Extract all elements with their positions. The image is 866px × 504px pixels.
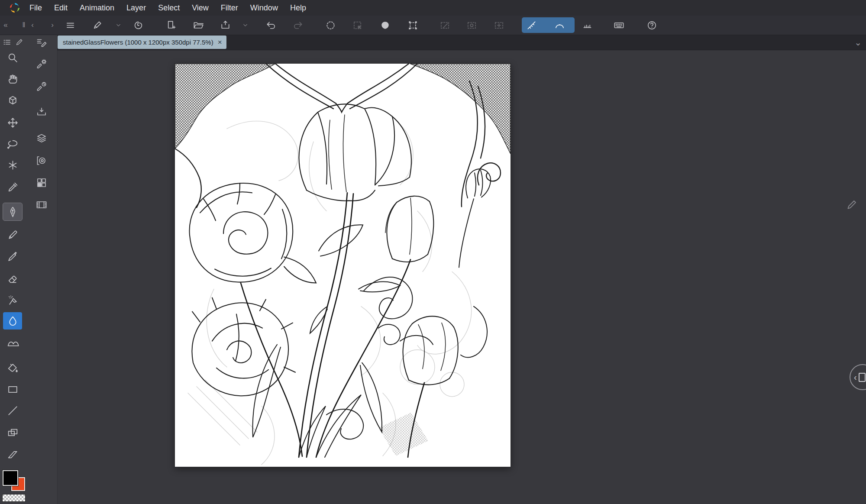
- palette-layer-icon[interactable]: [35, 132, 48, 145]
- marquee-add-button[interactable]: [491, 17, 507, 33]
- snap-to-special-ruler-button[interactable]: [552, 17, 567, 33]
- current-tool-button[interactable]: [89, 17, 105, 33]
- tool-dropdown-icon[interactable]: [114, 17, 123, 33]
- document-tab[interactable]: stainedGlassFlowers (1000 x 1200px 350dp…: [58, 36, 226, 49]
- menu-layer[interactable]: Layer: [120, 3, 152, 13]
- deselect-button[interactable]: [323, 17, 338, 33]
- edge-edit-pencil-icon[interactable]: [845, 198, 858, 211]
- palette-download-icon[interactable]: [35, 105, 48, 119]
- document-tab-bar: stainedGlassFlowers (1000 x 1200px 350dp…: [57, 35, 866, 50]
- open-file-button[interactable]: [191, 17, 206, 33]
- selection-options-button[interactable]: [349, 17, 365, 33]
- menu-help[interactable]: Help: [284, 3, 312, 13]
- palette-tool-property-icon[interactable]: [35, 57, 48, 71]
- menu-view[interactable]: View: [186, 3, 215, 13]
- panel-preview-icon: [859, 373, 866, 382]
- panel-expand-chevron-icon: ‹: [854, 372, 857, 382]
- menu-window[interactable]: Window: [244, 3, 284, 13]
- marquee-pen-button[interactable]: [437, 17, 452, 33]
- tab-close-icon[interactable]: ×: [218, 39, 222, 46]
- menu-filter[interactable]: Filter: [215, 3, 244, 13]
- main-menu-button[interactable]: [62, 17, 78, 33]
- canvas-artwork: [175, 64, 511, 467]
- menu-animation[interactable]: Animation: [74, 3, 120, 13]
- palette-sub-tool-icon[interactable]: [35, 36, 48, 49]
- menu-bar: File Edit Animation Layer Select View Fi…: [0, 0, 866, 16]
- snap-to-grid-button[interactable]: [579, 17, 595, 33]
- app-window: File Edit Animation Layer Select View Fi…: [0, 0, 866, 504]
- virtual-keyboard-button[interactable]: [611, 17, 627, 33]
- palette-timeline-icon[interactable]: [35, 198, 48, 212]
- palette-brush-size-icon[interactable]: [35, 80, 48, 94]
- export-button[interactable]: [217, 17, 233, 33]
- palette-material-icon[interactable]: [35, 154, 48, 168]
- document-tab-label: stainedGlassFlowers (1000 x 1200px 350dp…: [63, 39, 213, 46]
- undo-button[interactable]: [263, 17, 278, 33]
- redo-button[interactable]: [290, 17, 306, 33]
- fill-selection-button[interactable]: [377, 17, 393, 33]
- menu-select[interactable]: Select: [152, 3, 186, 13]
- tab-overflow-icon[interactable]: ⌄: [854, 35, 862, 50]
- export-dropdown-icon[interactable]: [241, 17, 249, 33]
- help-button[interactable]: [644, 17, 659, 33]
- new-canvas-button[interactable]: [163, 17, 179, 33]
- palette-color-set-icon[interactable]: [35, 176, 48, 190]
- marquee-shape-button[interactable]: [464, 17, 479, 33]
- document-canvas[interactable]: [175, 64, 511, 467]
- snap-to-ruler-button[interactable]: [523, 17, 539, 33]
- reset-rotate-button[interactable]: [130, 17, 146, 33]
- transform-button[interactable]: [405, 17, 420, 33]
